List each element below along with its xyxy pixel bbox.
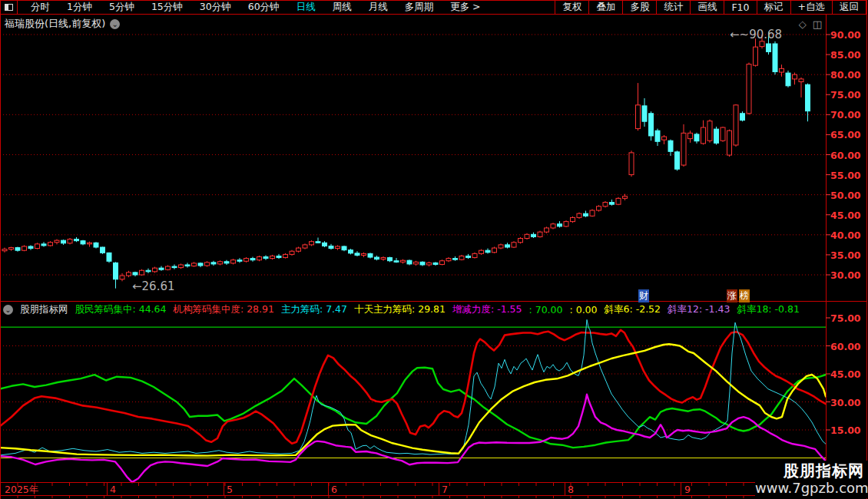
indicator-header-item: 斜率18: -0.81 bbox=[737, 303, 799, 316]
timeline-month-label: 5 bbox=[227, 484, 233, 495]
candle-body bbox=[270, 256, 275, 258]
period-tab[interactable]: 周线 bbox=[324, 1, 360, 14]
candle-body bbox=[414, 262, 419, 264]
price-axis-label: 90.00 bbox=[830, 29, 866, 41]
window-layout-icon[interactable] bbox=[1, 1, 18, 14]
candle-body bbox=[9, 248, 14, 250]
candle-body bbox=[427, 263, 432, 265]
candle-body bbox=[701, 127, 706, 144]
candle-body bbox=[747, 64, 751, 114]
candle-body bbox=[120, 276, 124, 279]
timeline-month-label: 4 bbox=[110, 484, 116, 495]
candle-body bbox=[244, 259, 249, 262]
branding-title: 股朋指标网 bbox=[755, 461, 864, 481]
candle-body bbox=[446, 259, 451, 261]
toolbar-button[interactable]: 叠加 bbox=[588, 1, 622, 14]
toolbar-button[interactable]: F10 bbox=[724, 1, 756, 14]
indicator-header-item: 股朋指标网 bbox=[20, 303, 68, 316]
timeline-month-label: 6 bbox=[331, 484, 337, 495]
timeline-month-label: 8 bbox=[568, 484, 574, 495]
candle-body bbox=[316, 242, 320, 243]
candle-body bbox=[35, 244, 40, 249]
toolbar-button[interactable]: 统计 bbox=[656, 1, 690, 14]
toolbar-button[interactable]: 返回 bbox=[832, 1, 866, 14]
candle-body bbox=[48, 243, 53, 246]
candle-body bbox=[88, 243, 92, 244]
timeline-month-label: 7 bbox=[442, 484, 448, 495]
toolbar-button[interactable]: 复权 bbox=[555, 1, 588, 14]
candle-body bbox=[754, 47, 758, 65]
candle-body bbox=[75, 240, 79, 241]
period-tab[interactable]: 分时 bbox=[22, 1, 58, 14]
price-axis-label: 35.00 bbox=[830, 250, 866, 261]
candle-body bbox=[734, 105, 738, 145]
candle-body bbox=[250, 259, 255, 260]
candle-body bbox=[532, 234, 536, 236]
candle-body bbox=[636, 105, 641, 129]
marker-tag[interactable]: 涨 bbox=[727, 289, 737, 302]
diamond-icon[interactable]: ◇ bbox=[799, 18, 807, 30]
period-tab[interactable]: 多周期 bbox=[396, 1, 442, 14]
candle-body bbox=[433, 263, 438, 264]
trading-app-window: 分时1分钟5分钟15分钟30分钟60分钟日线周线月线多周期更多 > 复权叠加多股… bbox=[0, 0, 868, 499]
candle-body bbox=[564, 222, 568, 226]
candle-body bbox=[224, 262, 229, 263]
indicator-header: ⌄ 股朋指标网股民筹码集中: 44.64机构筹码集中度: 28.91主力筹码: … bbox=[3, 303, 800, 316]
candle-body bbox=[310, 242, 314, 245]
candle-body bbox=[401, 260, 406, 262]
candle-body bbox=[2, 250, 7, 251]
candle-body bbox=[263, 257, 268, 259]
timeline-month-label: 9 bbox=[684, 484, 691, 495]
candle-body bbox=[290, 251, 294, 254]
candle-body bbox=[767, 44, 771, 51]
candle-body bbox=[362, 253, 366, 255]
marker-tag[interactable]: 榜 bbox=[739, 289, 750, 302]
indicator-line bbox=[0, 319, 826, 455]
symbol-title-row: 福瑞股份(日线,前复权) ⌄ bbox=[5, 17, 120, 31]
period-tab[interactable]: 30分钟 bbox=[191, 1, 240, 14]
chart-corner-icons: ◇ ◫ bbox=[799, 18, 822, 30]
period-tab[interactable]: 日线 bbox=[288, 1, 324, 14]
toolbar-button[interactable]: 多股 bbox=[622, 1, 656, 14]
candle-body bbox=[133, 273, 137, 275]
period-tab[interactable]: 月线 bbox=[360, 1, 396, 14]
high-price-annotation: ←~90.68 bbox=[730, 28, 782, 41]
candle-body bbox=[61, 240, 66, 243]
indicator-header-item: 增减力度: -1.55 bbox=[452, 303, 522, 316]
candle-body bbox=[166, 266, 171, 269]
candle-body bbox=[349, 250, 353, 253]
candle-body bbox=[459, 256, 464, 259]
split-view-icon[interactable]: ◫ bbox=[813, 18, 822, 30]
candle-body bbox=[231, 260, 236, 263]
toolbar-button[interactable]: 画线 bbox=[690, 1, 724, 14]
candle-body bbox=[114, 263, 118, 279]
candle-body bbox=[518, 239, 523, 243]
indicator-axis-label: 60.00 bbox=[830, 341, 866, 352]
candle-body bbox=[545, 228, 549, 232]
indicator-header-item: 股民筹码集中: 44.64 bbox=[75, 303, 167, 316]
candle-body bbox=[283, 254, 288, 257]
candle-body bbox=[68, 240, 72, 243]
candle-body bbox=[101, 247, 105, 253]
candle-body bbox=[355, 253, 359, 256]
chevron-down-icon[interactable]: ⌄ bbox=[110, 19, 120, 29]
candle-body bbox=[172, 266, 177, 268]
candle-body bbox=[662, 137, 667, 140]
period-tab[interactable]: 5分钟 bbox=[101, 1, 143, 14]
marker-tag[interactable]: 财 bbox=[638, 289, 649, 302]
toolbar-button[interactable]: +自选 bbox=[790, 1, 832, 14]
period-tab[interactable]: 更多 > bbox=[442, 1, 489, 14]
chevron-down-icon[interactable]: ⌄ bbox=[3, 305, 13, 315]
indicator-axis-label: 45.00 bbox=[830, 368, 866, 380]
candle-body bbox=[707, 121, 712, 141]
period-tab[interactable]: 1分钟 bbox=[58, 1, 101, 14]
symbol-title: 福瑞股份(日线,前复权) bbox=[5, 17, 105, 31]
period-tab[interactable]: 60分钟 bbox=[240, 1, 288, 14]
period-tab[interactable]: 15分钟 bbox=[143, 1, 191, 14]
toolbar-button[interactable]: 标记 bbox=[757, 1, 790, 14]
price-axis-label: 50.00 bbox=[830, 190, 866, 201]
candle-body bbox=[525, 234, 529, 238]
candle-body bbox=[375, 257, 379, 259]
candle-body bbox=[780, 68, 784, 72]
candle-body bbox=[499, 245, 503, 248]
